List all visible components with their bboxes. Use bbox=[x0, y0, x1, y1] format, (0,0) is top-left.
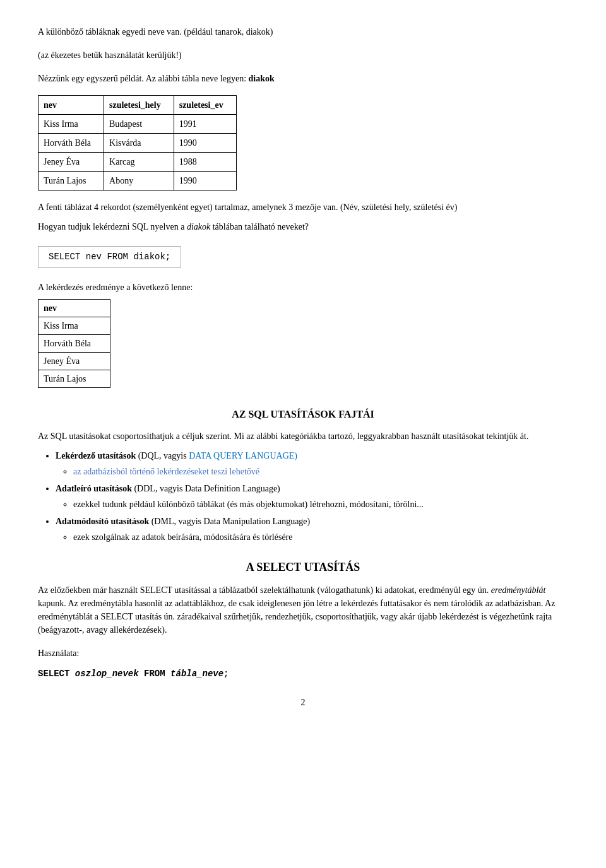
section2-p1-italic: eredménytáblát bbox=[491, 585, 546, 595]
list-item-ddl: Adatleíró utasítások (DDL, vagyis Data D… bbox=[56, 482, 568, 511]
list-item-dml: Adatmódosító utasítások (DML, vagyis Dat… bbox=[56, 515, 568, 544]
diakok-table-row: Kiss IrmaBudapest1991 bbox=[39, 115, 237, 134]
result-cell-3: Turán Lajos bbox=[39, 370, 110, 388]
result-col-header-nev: nev bbox=[39, 300, 110, 317]
result-table-header-row: nev bbox=[39, 300, 110, 317]
hogyan-text-after: táblában található neveket? bbox=[210, 222, 309, 232]
bottom-sql-oszlop: oszlop_nevek bbox=[75, 669, 139, 679]
dql-sub-blue: az adatbázisból történő lekérdezéseket t… bbox=[73, 467, 259, 476]
section1-heading: AZ SQL UTASÍTÁSOK FAJTÁI bbox=[38, 407, 568, 422]
haszalata-label: Használata: bbox=[38, 647, 568, 660]
diakok-cell-2-2: 1988 bbox=[174, 153, 236, 172]
result-cell-1: Horváth Béla bbox=[39, 335, 110, 353]
section1-intro: Az SQL utasításokat csoportosíthatjuk a … bbox=[38, 430, 568, 443]
diakok-cell-1-2: 1990 bbox=[174, 134, 236, 153]
section2-p1-rest: kapunk. Az eredménytábla hasonlít az ada… bbox=[38, 599, 555, 635]
diakok-table-header-row: nev szuletesi_hely szuletesi_ev bbox=[39, 96, 237, 115]
col-header-szuletesi-hely: szuletesi_hely bbox=[104, 96, 174, 115]
diakok-cell-3-1: Abony bbox=[104, 172, 174, 191]
result-table-row: Kiss Irma bbox=[39, 317, 110, 335]
intro-line3-text: Nézzünk egy egyszerű példát. Az alábbi t… bbox=[38, 74, 249, 83]
dml-text: (DML, vagyis Data Manipulation Language) bbox=[149, 517, 310, 526]
hogyan-italic: diakok bbox=[187, 222, 210, 232]
list-item-dql: Lekérdező utasítások (DQL, vagyis DATA Q… bbox=[56, 449, 568, 478]
bottom-sql-line: SELECT oszlop_nevek FROM tábla_neve; bbox=[38, 667, 568, 681]
ddl-bold: Adatleíró utasítások bbox=[56, 484, 132, 493]
result-cell-2: Jeney Éva bbox=[39, 353, 110, 370]
diakok-table-row: Horváth BélaKisvárda1990 bbox=[39, 134, 237, 153]
dql-text: (DQL, vagyis bbox=[136, 451, 189, 460]
section2-heading: A SELECT UTASÍTÁS bbox=[38, 559, 568, 576]
diakok-table-row: Jeney ÉvaKarcag1988 bbox=[39, 153, 237, 172]
dql-sub-item: az adatbázisból történő lekérdezéseket t… bbox=[73, 465, 568, 478]
hogyan-text-before: Hogyan tudjuk lekérdezni SQL nyelven a bbox=[38, 222, 187, 232]
result-table-row: Horváth Béla bbox=[39, 335, 110, 353]
table-name-bold: diakok bbox=[249, 74, 275, 83]
dml-sub-list: ezek szolgálnak az adatok beírására, mód… bbox=[73, 531, 568, 544]
bottom-sql-semicolon: ; bbox=[223, 669, 229, 679]
diakok-table-row: Turán LajosAbony1990 bbox=[39, 172, 237, 191]
main-bullet-list: Lekérdező utasítások (DQL, vagyis DATA Q… bbox=[56, 449, 568, 544]
result-table-row: Jeney Éva bbox=[39, 353, 110, 370]
diakok-cell-3-2: 1990 bbox=[174, 172, 236, 191]
dql-sub-list: az adatbázisból történő lekérdezéseket t… bbox=[73, 465, 568, 478]
after-table-text: A fenti táblázat 4 rekordot (személyenké… bbox=[38, 201, 568, 214]
intro-line3: Nézzünk egy egyszerű példát. Az alábbi t… bbox=[38, 72, 568, 85]
ddl-sub-normal: ezekkel tudunk például különböző tábláka… bbox=[73, 500, 424, 509]
dql-bold: Lekérdező utasítások bbox=[56, 451, 136, 460]
page-number: 2 bbox=[38, 696, 568, 709]
sql-code-block: SELECT nev FROM diakok; bbox=[38, 246, 181, 268]
col-header-szuletesi-ev: szuletesi_ev bbox=[174, 96, 236, 115]
diakok-cell-0-0: Kiss Irma bbox=[39, 115, 104, 134]
result-label: A lekérdezés eredménye a következő lenne… bbox=[38, 281, 568, 294]
ddl-sub-item: ezekkel tudunk például különböző tábláka… bbox=[73, 498, 568, 511]
intro-line2: (az ékezetes betűk használatát kerüljük!… bbox=[38, 49, 568, 62]
diakok-cell-0-2: 1991 bbox=[174, 115, 236, 134]
diakok-table: nev szuletesi_hely szuletesi_ev Kiss Irm… bbox=[38, 95, 237, 191]
diakok-cell-1-0: Horváth Béla bbox=[39, 134, 104, 153]
result-cell-0: Kiss Irma bbox=[39, 317, 110, 335]
dml-bold: Adatmódosító utasítások bbox=[56, 517, 149, 526]
diakok-cell-2-1: Karcag bbox=[104, 153, 174, 172]
result-table: nev Kiss IrmaHorváth BélaJeney ÉvaTurán … bbox=[38, 299, 110, 388]
diakok-cell-3-0: Turán Lajos bbox=[39, 172, 104, 191]
diakok-cell-1-1: Kisvárda bbox=[104, 134, 174, 153]
diakok-cell-2-0: Jeney Éva bbox=[39, 153, 104, 172]
section2-p1-text: Az előzőekben már használt SELECT utasít… bbox=[38, 585, 491, 595]
bottom-sql-from: FROM bbox=[144, 669, 165, 679]
dml-sub-normal: ezek szolgálnak az adatok beírására, mód… bbox=[73, 532, 293, 542]
intro-line1: A különböző tábláknak egyedi neve van. (… bbox=[38, 25, 568, 38]
bottom-sql-tabla: tábla_neve bbox=[170, 669, 223, 679]
section2-paragraph: Az előzőekben már használt SELECT utasít… bbox=[38, 584, 568, 636]
dml-sub-item: ezek szolgálnak az adatok beírására, mód… bbox=[73, 531, 568, 544]
col-header-nev: nev bbox=[39, 96, 104, 115]
hogyan-text: Hogyan tudjuk lekérdezni SQL nyelven a d… bbox=[38, 220, 568, 233]
diakok-table-wrapper: nev szuletesi_hely szuletesi_ev Kiss Irm… bbox=[38, 95, 568, 191]
diakok-cell-0-1: Budapest bbox=[104, 115, 174, 134]
ddl-sub-list: ezekkel tudunk például különböző tábláka… bbox=[73, 498, 568, 511]
dql-blue: DATA QUERY LANGUAGE) bbox=[189, 451, 297, 460]
result-table-row: Turán Lajos bbox=[39, 370, 110, 388]
bottom-sql-select: SELECT bbox=[38, 669, 69, 679]
ddl-text: (DDL, vagyis Data Definition Language) bbox=[132, 484, 280, 493]
